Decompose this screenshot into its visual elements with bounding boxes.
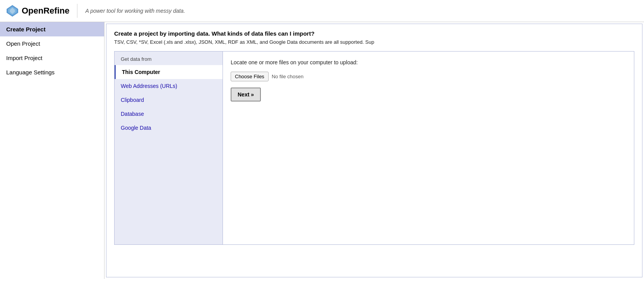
source-clipboard[interactable]: Clipboard: [115, 93, 223, 107]
app-header: OpenRefine A power tool for working with…: [0, 0, 644, 22]
upload-instruction: Locate one or more files on your compute…: [231, 59, 626, 65]
choose-files-button[interactable]: Choose Files: [231, 72, 269, 81]
import-area: Get data from This Computer Web Addresse…: [114, 51, 634, 245]
sidebar-item-import-project[interactable]: Import Project: [0, 51, 104, 65]
sidebar-item-open-project[interactable]: Open Project: [0, 36, 104, 51]
page-title: Create a project by importing data. What…: [114, 30, 634, 37]
sidebar-item-create-project[interactable]: Create Project: [0, 22, 104, 36]
source-web-addresses[interactable]: Web Addresses (URLs): [115, 79, 223, 93]
app-name: OpenRefine: [22, 6, 69, 16]
sidebar-item-language-settings[interactable]: Language Settings: [0, 65, 104, 79]
next-button[interactable]: Next »: [231, 88, 261, 101]
content-panel: Locate one or more files on your compute…: [223, 52, 634, 244]
main-content: Create a project by importing data. What…: [106, 24, 642, 277]
source-label: Get data from: [115, 52, 223, 65]
source-database[interactable]: Database: [115, 107, 223, 121]
sidebar: Create Project Open Project Import Proje…: [0, 22, 104, 279]
source-this-computer[interactable]: This Computer: [115, 65, 223, 79]
no-file-text: No file chosen: [272, 74, 303, 79]
logo-icon: [6, 5, 19, 17]
source-panel: Get data from This Computer Web Addresse…: [115, 52, 223, 244]
main-layout: Create Project Open Project Import Proje…: [0, 22, 644, 279]
app-tagline: A power tool for working with messy data…: [85, 8, 185, 14]
logo-area: OpenRefine: [6, 5, 69, 17]
header-separator: [77, 4, 77, 18]
file-input-row: Choose Files No file chosen: [231, 72, 626, 81]
page-subtitle: TSV, CSV, *SV, Excel (.xls and .xlsx), J…: [114, 39, 634, 45]
source-google-data[interactable]: Google Data: [115, 121, 223, 135]
